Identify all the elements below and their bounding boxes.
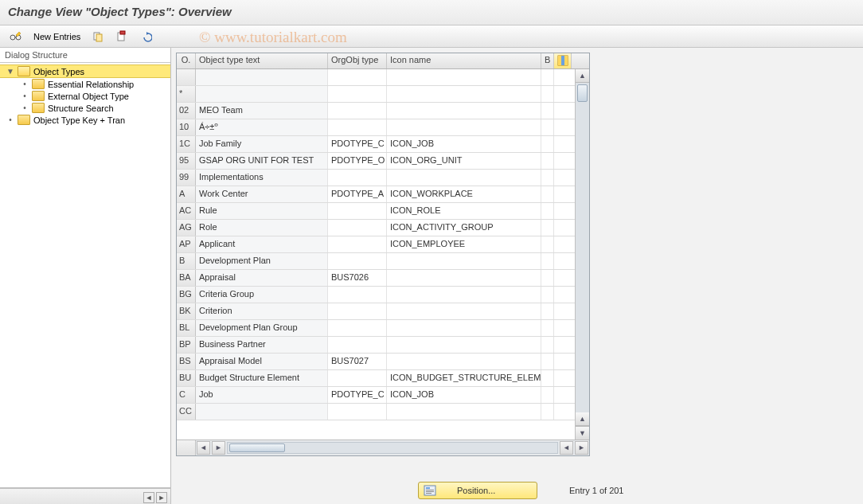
cell-b[interactable] <box>541 270 554 286</box>
tree-node[interactable]: ▼Object Types <box>0 64 170 78</box>
cell-iconname[interactable]: ICON_JOB <box>387 136 541 152</box>
cell-objtype[interactable]: AP <box>177 236 196 252</box>
grid-horizontal-scrollbar[interactable]: ◄ ► ◄ ► <box>196 440 589 455</box>
cell-objtype[interactable]: AC <box>177 203 196 219</box>
table-row[interactable]: BDevelopment Plan <box>177 253 575 270</box>
scroll-track[interactable] <box>576 83 589 412</box>
table-row[interactable]: 1CJob FamilyPDOTYPE_CICON_JOB <box>177 136 575 153</box>
position-button[interactable]: Position... <box>418 482 537 499</box>
cell-objtypetext[interactable] <box>196 404 328 420</box>
cell-iconname[interactable] <box>387 170 541 186</box>
cell-orgobjtype[interactable] <box>328 253 387 269</box>
scroll-down-icon[interactable]: ▼ <box>576 426 589 440</box>
cell-objtypetext[interactable]: Development Plan <box>196 253 328 269</box>
cell-objtypetext[interactable]: Criteria Group <box>196 287 328 303</box>
cell-iconname[interactable] <box>387 69 541 85</box>
cell-b[interactable] <box>541 337 554 353</box>
table-row[interactable]: BPBusiness Partner <box>177 337 575 354</box>
cell-iconname[interactable]: ICON_JOB <box>387 387 541 403</box>
table-row[interactable]: APApplicantICON_EMPLOYEE <box>177 236 575 253</box>
cell-b[interactable] <box>541 153 554 169</box>
table-row[interactable]: BLDevelopment Plan Group <box>177 320 575 337</box>
table-row[interactable]: CC <box>177 404 575 420</box>
cell-orgobjtype[interactable]: PDOTYPE_A <box>328 186 387 202</box>
cell-b[interactable] <box>541 220 554 236</box>
cell-objtypetext[interactable]: Appraisal <box>196 270 328 286</box>
cell-iconname[interactable] <box>387 103 541 119</box>
table-row[interactable]: ACRuleICON_ROLE <box>177 203 575 220</box>
cell-objtypetext[interactable]: Á÷±º <box>196 119 328 135</box>
cell-orgobjtype[interactable] <box>328 236 387 252</box>
cell-objtypetext[interactable]: GSAP ORG UNIT FOR TEST <box>196 153 328 169</box>
col-header-iconname[interactable]: Icon name <box>387 53 541 68</box>
copy-as-button[interactable] <box>88 29 107 45</box>
cell-objtype[interactable]: 99 <box>177 170 196 186</box>
col-header-b[interactable]: B <box>541 53 554 68</box>
grid-configure-button[interactable] <box>554 53 572 68</box>
table-row[interactable]: BGCriteria Group <box>177 287 575 303</box>
grid-vertical-scrollbar[interactable]: ▲ ▲ ▼ <box>575 69 589 440</box>
table-row[interactable]: 02MEO Team <box>177 103 575 119</box>
undo-change-button[interactable] <box>136 29 155 45</box>
cell-orgobjtype[interactable] <box>328 220 387 236</box>
cell-objtypetext[interactable]: Applicant <box>196 236 328 252</box>
table-row[interactable]: AWork CenterPDOTYPE_AICON_WORKPLACE <box>177 186 575 203</box>
cell-b[interactable] <box>541 370 554 386</box>
cell-b[interactable] <box>541 203 554 219</box>
col-header-objtype[interactable]: O. <box>177 53 196 68</box>
cell-orgobjtype[interactable] <box>328 287 387 303</box>
cell-objtypetext[interactable] <box>196 69 328 85</box>
cell-b[interactable] <box>541 136 554 152</box>
tree-node[interactable]: •Object Type Key + Tran <box>0 114 170 126</box>
cell-iconname[interactable]: ICON_ROLE <box>387 203 541 219</box>
hscroll-track[interactable] <box>227 442 558 454</box>
table-row[interactable]: BAAppraisalBUS7026 <box>177 270 575 287</box>
cell-orgobjtype[interactable]: PDOTYPE_C <box>328 136 387 152</box>
dialog-structure-tree[interactable]: ▼Object Types•Essential Relationship•Ext… <box>0 63 170 488</box>
cell-objtype[interactable]: BS <box>177 354 196 369</box>
table-row[interactable]: 99Implementations <box>177 170 575 186</box>
table-row[interactable]: BKCriterion <box>177 303 575 320</box>
cell-orgobjtype[interactable] <box>328 119 387 135</box>
cell-iconname[interactable] <box>387 119 541 135</box>
table-row[interactable]: 95GSAP ORG UNIT FOR TESTPDOTYPE_OICON_OR… <box>177 153 575 170</box>
cell-objtype[interactable]: BP <box>177 337 196 353</box>
cell-objtypetext[interactable]: Budget Structure Element <box>196 370 328 386</box>
cell-objtypetext[interactable]: Implementations <box>196 170 328 186</box>
cell-b[interactable] <box>541 186 554 202</box>
cell-objtype[interactable]: 02 <box>177 103 196 119</box>
col-header-orgobjtype[interactable]: OrgObj type <box>328 53 387 68</box>
table-row[interactable]: * <box>177 86 575 103</box>
cell-objtype[interactable]: C <box>177 387 196 403</box>
cell-objtypetext[interactable]: Job <box>196 387 328 403</box>
cell-iconname[interactable] <box>387 320 541 336</box>
cell-objtype[interactable]: BU <box>177 370 196 386</box>
cell-orgobjtype[interactable] <box>328 86 387 102</box>
cell-orgobjtype[interactable] <box>328 320 387 336</box>
cell-objtypetext[interactable]: Work Center <box>196 186 328 202</box>
cell-orgobjtype[interactable]: BUS7027 <box>328 354 387 369</box>
cell-objtype[interactable]: 10 <box>177 119 196 135</box>
cell-objtype[interactable]: B <box>177 253 196 269</box>
cell-iconname[interactable] <box>387 354 541 369</box>
cell-iconname[interactable]: ICON_WORKPLACE <box>387 186 541 202</box>
cell-objtype[interactable]: AG <box>177 220 196 236</box>
new-entries-button[interactable]: New Entries <box>30 30 84 43</box>
cell-objtypetext[interactable]: Development Plan Group <box>196 320 328 336</box>
table-row[interactable]: BSAppraisal ModelBUS7027 <box>177 354 575 370</box>
table-row[interactable]: AGRoleICON_ACTIVITY_GROUP <box>177 220 575 236</box>
cell-orgobjtype[interactable] <box>328 69 387 85</box>
cell-b[interactable] <box>541 303 554 319</box>
cell-objtype[interactable] <box>177 69 196 85</box>
cell-objtype[interactable]: * <box>177 86 196 102</box>
col-header-objtypetext[interactable]: Object type text <box>196 53 328 68</box>
scroll-right-icon[interactable]: ► <box>575 441 588 455</box>
cell-iconname[interactable] <box>387 404 541 420</box>
cell-b[interactable] <box>541 387 554 403</box>
hscroll-thumb[interactable] <box>229 443 285 452</box>
cell-objtype[interactable]: BG <box>177 287 196 303</box>
cell-orgobjtype[interactable]: PDOTYPE_C <box>328 387 387 403</box>
cell-b[interactable] <box>541 170 554 186</box>
cell-b[interactable] <box>541 320 554 336</box>
scroll-up-icon[interactable]: ▲ <box>576 69 589 83</box>
